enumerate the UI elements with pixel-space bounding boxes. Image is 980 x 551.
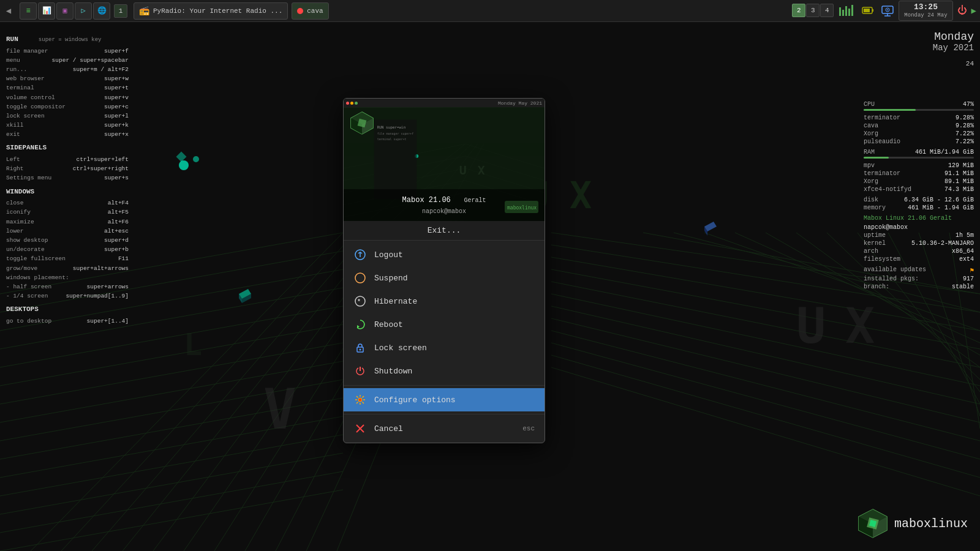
svg-text:U: U: [796, 298, 826, 354]
shortcut-grow-move: grow/move super+alt+arrows: [6, 264, 129, 273]
disk-row: disk 6.34 GiB - 12.6 GiB: [864, 197, 974, 203]
launcher-globe[interactable]: 🌐: [93, 2, 110, 20]
right-nav-arrow[interactable]: ▶: [971, 6, 976, 16]
pkgs-value: 917: [963, 276, 974, 282]
svg-text:*: *: [357, 299, 361, 305]
shutdown-item[interactable]: Shutdown: [344, 359, 545, 383]
pkgs-label: installed pkgs:: [864, 276, 919, 282]
pkgs-row: installed pkgs: 917: [864, 276, 974, 282]
arch-label: arch: [864, 248, 878, 255]
shortcut-terminal: terminal super+t: [6, 83, 129, 92]
branch-value: stable: [952, 283, 974, 290]
shortcut-lock-screen: lock screen super+l: [6, 111, 129, 121]
updates-icon: ⚑: [970, 266, 974, 274]
shortcut-windows-placement: windows placement:: [6, 273, 129, 282]
hibernate-item[interactable]: * Hibernate: [344, 290, 545, 313]
svg-line-123: [363, 402, 364, 404]
run-section-title: RUN super = windows key: [6, 34, 129, 45]
svg-text:RUN  super=win: RUN super=win: [377, 125, 406, 130]
mabox-logo-icon: [858, 508, 888, 539]
svg-text:U: U: [459, 163, 467, 178]
exit-title: Exit...: [344, 221, 545, 241]
workspace-4[interactable]: 4: [820, 4, 834, 17]
svg-marker-114: [357, 325, 360, 328]
filesystem-label: filesystem: [864, 256, 900, 263]
xfce-notifyd-row: xfce4-notifyd 74.3 MiB: [864, 186, 974, 193]
shortcut-exit: exit super+x: [6, 130, 129, 139]
exit-menu-items: Logout Suspend * Hibernate: [344, 241, 545, 443]
system-tray: [836, 4, 896, 17]
svg-point-81: [887, 9, 888, 10]
xorg2-row: Xorg 89.1 MiB: [864, 178, 974, 185]
launcher-monitor[interactable]: 📊: [38, 2, 55, 20]
brand-name-text: maboxlinux: [894, 517, 968, 531]
menu-divider-2: [344, 414, 545, 414]
configure-label: Configure options: [374, 395, 535, 405]
distro-name: Mabox Linux 21.06 Geralt: [864, 215, 974, 222]
shortcut-volume: volume control super+v: [6, 93, 129, 102]
task-pyradio[interactable]: 📻 PyRadio: Your Internet Radio ...: [134, 2, 288, 20]
kernel-label: kernel: [864, 240, 886, 247]
launcher-files[interactable]: ≡: [20, 2, 37, 20]
maboxlinux-brand: maboxlinux: [858, 508, 968, 539]
reboot-item[interactable]: Reboot: [344, 313, 545, 336]
network-icon[interactable]: [879, 4, 896, 17]
launcher-purple[interactable]: ▣: [56, 2, 74, 20]
branch-row: branch: stable: [864, 283, 974, 290]
xorg-label: Xorg: [864, 130, 878, 137]
clock-widget[interactable]: 13:25 Monday 24 May: [899, 1, 952, 20]
disk-value: 6.34 GiB - 12.6 GiB: [904, 197, 974, 203]
svg-text:terminal      super+t: terminal super+t: [377, 137, 407, 141]
xorg-row: Xorg 7.22%: [864, 130, 974, 137]
shortcut-undecorate: un/decorate super+b: [6, 245, 129, 254]
launcher-terminal[interactable]: ▷: [75, 2, 92, 20]
svg-text:X: X: [845, 298, 875, 354]
shortcut-lower: lower alt+esc: [6, 227, 129, 236]
cava-info-label: cava: [864, 122, 878, 129]
disk-label: disk: [864, 197, 878, 203]
svg-rect-70: [842, 10, 844, 16]
workspace-3[interactable]: 3: [806, 4, 820, 17]
svg-point-117: [358, 398, 362, 402]
left-nav-arrow[interactable]: ◀: [0, 2, 17, 20]
svg-text:X: X: [478, 163, 485, 178]
taskbar-launchers: ≡ 📊 ▣ ▷ 🌐: [17, 2, 110, 20]
shortcut-close: close alt+F4: [6, 198, 129, 208]
arch-row: arch x86_64: [864, 248, 974, 255]
task-cava[interactable]: cava: [292, 2, 328, 20]
cava-row: cava 9.28%: [864, 122, 974, 129]
power-button[interactable]: ⏻: [956, 5, 969, 17]
workspace-2[interactable]: 2: [792, 4, 805, 17]
shortcut-run: run... super+m / alt+F2: [6, 65, 129, 74]
shortcut-maximize: maximize alt+F6: [6, 217, 129, 227]
workspace-1[interactable]: 1: [114, 4, 127, 18]
ram-progress-fill: [864, 157, 889, 159]
right-info-panel: Monday May 2021 24 CPU 47% terminator 9.…: [858, 24, 980, 298]
cancel-item[interactable]: Cancel esc: [344, 417, 545, 440]
svg-text:L: L: [184, 327, 202, 362]
memory-row: memory 461 MiB - 1.94 GiB: [864, 204, 974, 211]
ram-progress-bar: [864, 157, 974, 159]
ram-value: 461 MiB/1.94 GiB: [915, 149, 974, 156]
clock-date: Monday 24 May: [904, 12, 947, 19]
logout-item[interactable]: Logout: [344, 243, 545, 266]
configure-options-item[interactable]: Configure options: [344, 388, 545, 411]
taskbar-top: ◀ ≡ 📊 ▣ ▷ 🌐 1 📻 PyRadio: Your Internet R…: [0, 0, 980, 22]
suspend-item[interactable]: Suspend: [344, 266, 545, 290]
cpu-row: CPU 47%: [864, 101, 974, 108]
cpu-graph-icon[interactable]: [836, 4, 857, 17]
sys-username: napcok@mabox: [864, 224, 908, 231]
kernel-row: kernel 5.10.36-2-MANJARO: [864, 240, 974, 247]
shutdown-icon: [353, 364, 367, 378]
lockscreen-item[interactable]: Lock screen: [344, 336, 545, 359]
terminator-label: terminator: [864, 114, 900, 121]
cava-icon: [297, 8, 303, 14]
battery-icon[interactable]: [859, 4, 876, 17]
shortcut-go-to-desktop: go to desktop super+[1..4]: [6, 317, 129, 326]
dialog-header: Monday May 2021: [344, 99, 545, 221]
filesystem-value: ext4: [959, 256, 974, 263]
ram-label: RAM: [864, 149, 875, 156]
svg-text:V: V: [263, 377, 296, 441]
cancel-label: Cancel: [374, 424, 515, 433]
reboot-label: Reboot: [374, 320, 535, 329]
